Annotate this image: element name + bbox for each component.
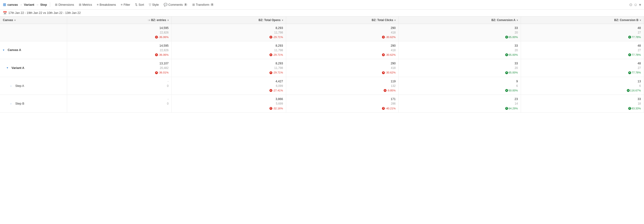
step-b-opens-change: ● -32.16% (270, 106, 283, 110)
step-a-conv-a-change-val: 50.00% (508, 88, 518, 93)
col-total-clicks-label: BZ: Total Clicks (372, 19, 393, 22)
step-b-entries-v2: 0 (167, 101, 169, 106)
step-b-expand[interactable]: › (10, 102, 14, 105)
variant-a-entries-change: ● -36.01% (155, 70, 169, 75)
breakdowns-button[interactable]: ≡ Breakdowns (95, 2, 118, 8)
canvas-a-label-cell: ▾ Canvas A (0, 41, 67, 59)
toolbar-dropdown-arrow[interactable]: ▾ (639, 2, 641, 8)
variant-a-conv-b-cell: 48 27 ● 77.78% (521, 59, 644, 77)
canvas-a-conv-b-v2: 27 (638, 48, 641, 53)
extra-icon-2[interactable]: ☺ (634, 3, 638, 7)
step-b-entries-cell: - 0 (67, 95, 172, 113)
step-b-conv-b-v1: 33 (638, 97, 641, 101)
step-a-opens-v2: 6,099 (276, 84, 283, 88)
canvas-a-clicks-change-val: -30.62% (385, 53, 396, 57)
variant-a-clicks-v2: 418 (391, 66, 396, 70)
totals-conv-b-change: ● 77.78% (628, 35, 641, 39)
totals-conv-b-dot: ● (628, 36, 631, 39)
metrics-button[interactable]: ⊞ Metrics (77, 2, 94, 8)
canvas-a-conv-b-cell: 48 27 ● 77.78% (521, 41, 644, 59)
step-b-conv-b-v2: 18 (638, 101, 641, 106)
step-b-name: Step B (15, 102, 24, 105)
dimensions-button[interactable]: ⊞ Dimensions (53, 2, 76, 8)
step-b-conv-b-change-val: 83.33% (632, 106, 641, 110)
totals-conv-a-change: ● 65.00% (505, 35, 518, 39)
variant-a-conv-a-change: ● 65.00% (505, 70, 518, 75)
col-conversion-a-dropdown[interactable]: ▾ (517, 19, 518, 22)
totals-entries-v2: 22,826 (160, 30, 169, 35)
variant-a-opens-v1: 8,293 (276, 61, 283, 66)
step-a-conv-b-v2: 6 (639, 84, 641, 88)
canvas-a-conv-a-change: ● 65.00% (505, 53, 518, 57)
canvas-a-opens-change: ● -29.71% (270, 53, 283, 57)
col-entries-label: BZ: entries (151, 19, 166, 22)
step-a-clicks-change: ● -9.85% (384, 88, 396, 93)
variant-a-entries-v1: 13,107 (159, 61, 168, 66)
canvas-a-entries-v1: 14,595 (159, 43, 168, 48)
step-a-clicks-dot: ● (384, 89, 386, 92)
canvas-a-row: ▾ Canvas A 14,595 22,826 ● -36.06% (0, 41, 644, 59)
step-b-conv-a-change: ● 64.29% (505, 106, 518, 110)
step-b-opens-change-val: -32.16% (273, 106, 283, 110)
canvas-a-label: ▾ Canvas A (3, 48, 64, 52)
style-button[interactable]: ▽ Style (147, 2, 161, 8)
col-canvas-dropdown[interactable]: ▾ (14, 19, 16, 22)
variant-a-conv-a-change-val: 65.00% (508, 70, 518, 75)
filter-button[interactable]: ≡ Filter (119, 2, 132, 8)
canvas-a-conv-a-dot: ● (505, 53, 508, 56)
datebar: 📅 17th Jan 22 - 19th Jan 22 vs 10th Jan … (0, 10, 644, 17)
totals-label-cell (0, 24, 67, 41)
step-b-conv-a-v2: 14 (515, 101, 518, 106)
dimensions-icon: ⊞ (55, 3, 58, 7)
totals-clicks-change: ● -30.62% (382, 35, 396, 39)
canvas-a-expand[interactable]: ▾ (3, 49, 6, 52)
variant-a-opens-change: ● -29.71% (270, 70, 283, 75)
variant-a-name: Variant A (12, 66, 24, 70)
col-total-opens[interactable]: BZ: Total Opens ▾ (172, 17, 286, 24)
totals-entries-v1: 14,595 (159, 26, 168, 30)
totals-clicks-v1: 290 (390, 26, 396, 30)
variant-a-expand[interactable]: ▾ (7, 66, 10, 69)
breadcrumb-canvas: canvas (8, 3, 18, 7)
step-a-conv-a-v2: 6 (516, 84, 518, 88)
totals-entries-change-val: -36.06% (158, 35, 169, 39)
col-conversion-a-label: BZ: Conversion A (491, 19, 515, 22)
variant-a-conv-b-change: ● 77.78% (628, 70, 641, 75)
canvas-a-entries-change: ● -36.06% (155, 53, 169, 57)
totals-opens-dot: ● (270, 36, 272, 39)
totals-clicks-cell: 290 418 ● -30.62% (286, 24, 399, 41)
toolbar: ⊞ canvas → Variant → Step ⊞ Dimensions ⊞… (0, 0, 644, 10)
totals-opens-v1: 8,293 (276, 26, 283, 30)
sort-button[interactable]: ⇅ Sort (133, 2, 146, 8)
date-range-text: 17th Jan 22 - 19th Jan 22 vs 10th Jan 22… (8, 11, 81, 15)
totals-conv-a-cell: 33 20 ● 65.00% (399, 24, 521, 41)
col-conversion-b-dropdown[interactable]: ▾ (640, 19, 641, 22)
col-total-opens-dropdown[interactable]: ▾ (282, 19, 283, 22)
canvas-a-entries-v2: 22,826 (160, 48, 169, 53)
col-conversion-b[interactable]: BZ: Conversion B ▾ (521, 17, 644, 24)
step-b-label: › Step B (3, 101, 64, 106)
step-a-opens-change-val: -27.41% (273, 88, 283, 93)
step-a-expand[interactable]: › (10, 84, 14, 87)
col-conversion-a[interactable]: BZ: Conversion A ▾ (399, 17, 521, 24)
col-total-clicks-dropdown[interactable]: ▾ (394, 19, 396, 22)
col-canvas[interactable]: Canvas ▾ (0, 17, 67, 24)
comments-button[interactable]: 💬 Comments8 (162, 2, 190, 8)
transform-badge: 8 (210, 3, 214, 6)
extra-icon-1[interactable]: ⊙ (629, 3, 632, 7)
col-total-clicks[interactable]: BZ: Total Clicks ▾ (286, 17, 399, 24)
step-b-conv-a-change-val: 64.29% (508, 106, 518, 110)
col-entries[interactable]: ↑≡ BZ: entries ▾ (67, 17, 172, 24)
step-b-opens-dot: ● (270, 107, 272, 110)
totals-conv-b-v1: 48 (638, 26, 641, 30)
totals-conv-b-change-val: 77.78% (632, 35, 641, 39)
variant-a-opens-change-val: -29.71% (273, 70, 283, 75)
step-a-entries-v1: - (168, 79, 169, 84)
canvas-a-opens-dot: ● (270, 53, 272, 56)
canvas-a-name: Canvas A (8, 48, 21, 52)
table-container: Canvas ▾ ↑≡ BZ: entries ▾ BZ: Total Open… (0, 17, 644, 221)
col-entries-sort[interactable]: ↑≡ (148, 19, 150, 22)
variant-a-conv-b-change-val: 77.78% (632, 70, 641, 75)
col-entries-dropdown[interactable]: ▾ (168, 19, 169, 22)
transform-button[interactable]: ⊞ Transform8 (190, 2, 216, 8)
